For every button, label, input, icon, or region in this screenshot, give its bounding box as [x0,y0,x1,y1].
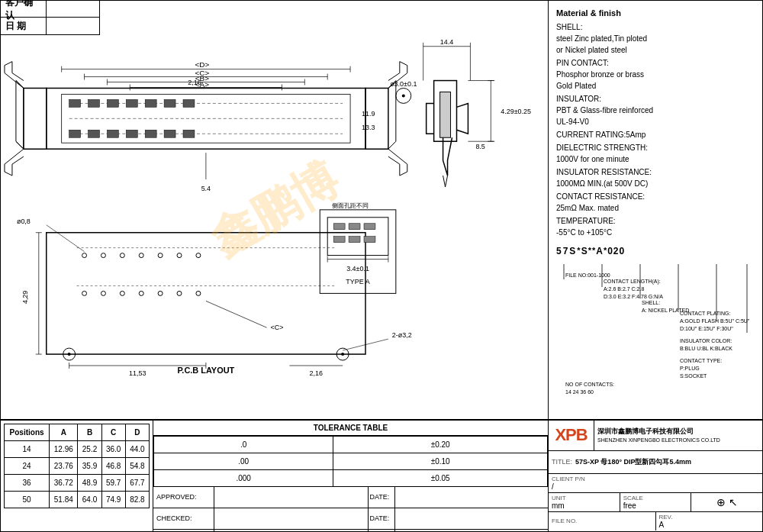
svg-rect-16 [145,130,156,137]
svg-point-36 [402,94,405,97]
svg-rect-0 [47,89,365,150]
svg-point-67 [158,253,163,258]
svg-text:2-ø3,2: 2-ø3,2 [392,331,412,339]
position-table-container: Positions A B C D 1412.9625.236.044.0242… [1,421,153,532]
contact-res-label: CONTACT RESISTANCE: [556,191,755,202]
svg-rect-1 [62,94,350,143]
unit-scale-row: UNIT mm SCALE free ⊕ ↖ [549,493,762,512]
file-no-label: FILE NO. [552,517,652,524]
svg-rect-5 [69,99,81,107]
svg-text:D:3.0  E:3.2  F:4.78  G:N/A: D:3.0 E:3.2 F:4.78 G:N/A [604,294,663,299]
file-rev-row: FILE NO. REV. A [549,512,762,530]
company-name-cn: 深圳市鑫鹏博电子科技有限公司 [597,427,759,437]
svg-rect-11 [183,99,195,107]
svg-text:3.4±0.1: 3.4±0.1 [346,265,369,272]
svg-text:5.4: 5.4 [201,185,211,192]
svg-text:A:GOLD FLASH  B:5U" C:5U": A:GOLD FLASH B:5U" C:5U" [680,318,750,324]
svg-rect-6 [89,99,100,107]
svg-rect-100 [364,237,375,243]
svg-point-58 [68,353,71,356]
insulator-value2: UL-94-V0 [556,116,755,127]
svg-rect-56 [47,233,365,354]
table-row: 3636.7248.959.767.7 [5,474,150,491]
svg-point-66 [139,253,143,258]
tolerance-row: .00±0.10 [154,453,548,469]
svg-line-78 [47,225,85,252]
client-pn-label: CLIENT P/N [552,476,759,482]
svg-text:4.29±0.25: 4.29±0.25 [501,108,531,115]
svg-text:13.3: 13.3 [362,124,375,131]
svg-text:11.9: 11.9 [362,110,375,118]
company-name-en: SHENZHEN XINPENGBO ELECTRONICS CO.LTD [597,437,759,444]
svg-text:<D>: <D> [195,60,209,69]
svg-text:2,16: 2,16 [188,79,201,86]
symbol-cell: ⊕ ↖ [691,493,762,511]
file-no-cell: FILE NO. [549,512,656,530]
rev-value: A [659,521,760,529]
spec-dielectric: DIELECTRIC STRENGTH: 1000V for one minut… [556,142,755,165]
svg-rect-98 [333,237,345,243]
unit-value: mm [552,501,617,510]
spec-pin: PIN CONTACT: Phosphor bronze or brass Go… [556,57,755,92]
svg-text:A:2.6  B:2.7  C:2.8: A:2.6 B:2.7 C:2.8 [604,286,644,292]
insulator-value1: PBT & Glass-fibre reinforced [556,105,755,116]
drawing-area: 客户确认 日 期 鑫鹏博 [1,1,549,419]
technical-drawing: <D> <C> <B> <A> ø3.0±0.1 [1,1,548,419]
svg-rect-95 [333,224,345,230]
svg-rect-17 [164,130,175,137]
svg-text:S:SOCKET: S:SOCKET [680,373,707,379]
material-finish-label: Material & finish [556,8,621,18]
shell-value1: steel Zinc plated,Tin ploted [556,33,755,44]
shell-label: SHELL: [556,21,755,33]
svg-text:P:PLUG: P:PLUG [680,366,700,371]
approved-date-label: DATE: [369,487,395,508]
svg-rect-39 [440,92,451,137]
title-block: XPB 深圳市鑫鹏博电子科技有限公司 SHENZHEN XINPENGBO EL… [549,421,762,532]
spec-current: CURRENT RATING:5Amp [556,129,755,140]
svg-point-74 [158,291,163,295]
svg-rect-13 [89,130,100,137]
dielectric-label: DIELECTRIC STRENGTH: [556,142,755,153]
col-c: C [101,424,125,440]
svg-point-75 [177,291,182,295]
title-value: 57S-XP 母180° DIP型新四勾耳5.4mm [575,457,691,467]
title-label: TITLE: [552,458,572,466]
checked-row: CHECKED: DATE: [153,508,548,530]
col-a: A [50,424,78,440]
svg-point-64 [101,253,105,258]
svg-rect-14 [107,130,118,137]
company-info: 深圳市鑫鹏博电子科技有限公司 SHENZHEN XINPENGBO ELECTR… [594,421,762,450]
spec-area: Material & finish SHELL: steel Zinc plat… [549,1,762,419]
svg-text:14  24  36  60: 14 24 36 60 [565,389,594,395]
svg-text:ø0,8: ø0,8 [17,218,31,225]
approved-row: APPROVED: DATE: [153,487,548,508]
svg-rect-18 [183,130,195,137]
spec-shell: SHELL: steel Zinc plated,Tin ploted or N… [556,21,755,56]
scale-cell: SCALE free [620,493,692,511]
unit-label: UNIT [552,495,617,501]
page: 客户确认 日 期 鑫鹏博 [0,0,763,532]
svg-point-76 [196,291,201,295]
col-d: D [125,424,149,440]
bottom-center: TOLERANCE TABLE .0±0.20.00±0.10.000±0.05… [153,421,549,532]
svg-text:<C>: <C> [271,324,284,331]
svg-text:CONTACT PLATING:: CONTACT PLATING: [680,311,731,316]
col-positions: Positions [5,424,50,440]
client-pn-cell: CLIENT P/N / [549,474,762,492]
svg-point-68 [177,253,182,258]
svg-point-73 [139,291,143,295]
current-value: 5Amp [626,131,645,139]
svg-rect-7 [107,99,118,107]
scale-value: free [623,501,688,510]
svg-point-69 [196,253,201,258]
part-number-code: 57S * S ** A * 020 [556,244,755,259]
spec-insulator: INSULATOR: PBT & Glass-fibre reinforced … [556,93,755,127]
approved-value [214,487,369,508]
checked-date-value [395,508,549,529]
pin-plated: Gold Plated [556,80,755,92]
checked-value [214,508,369,529]
rev-label: REV. [659,514,760,521]
svg-point-63 [82,253,87,258]
svg-text:2,16: 2,16 [310,369,323,377]
client-pn-row: CLIENT P/N / [549,474,762,493]
